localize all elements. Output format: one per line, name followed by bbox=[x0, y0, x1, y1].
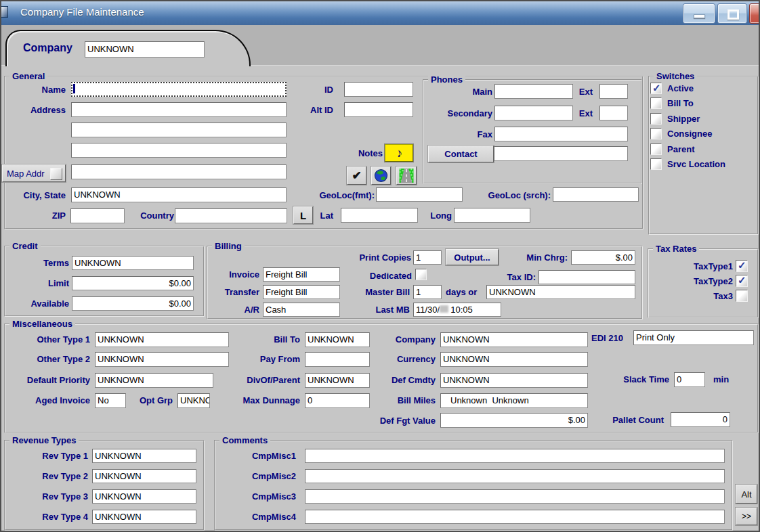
taxtype2-checkbox[interactable] bbox=[736, 275, 748, 287]
locate-button[interactable]: L bbox=[293, 206, 313, 224]
tax3-checkbox[interactable] bbox=[736, 290, 748, 302]
rev-type-4-field[interactable]: UNKNOWN bbox=[92, 510, 196, 524]
verify-button[interactable]: ✔ bbox=[347, 167, 366, 185]
invoice-label: Invoice bbox=[229, 269, 259, 280]
tax3-label: Tax3 bbox=[713, 291, 733, 301]
credit-limit-field[interactable]: $0.00 bbox=[72, 276, 194, 290]
rev-type-1-field[interactable]: UNKNOWN bbox=[92, 449, 196, 463]
long-field[interactable] bbox=[454, 208, 530, 223]
city-state-field[interactable]: UNKNOWN bbox=[71, 187, 287, 202]
invoice-field[interactable]: Freight Bill bbox=[263, 267, 340, 282]
days-or-field[interactable]: UNKNOWN bbox=[486, 285, 635, 299]
cmpmisc2-label: CmpMisc2 bbox=[252, 471, 296, 481]
pay-from-field[interactable] bbox=[305, 352, 370, 367]
rev-type-2-field[interactable]: UNKNOWN bbox=[92, 469, 196, 483]
cmpmisc2-field[interactable] bbox=[305, 469, 725, 483]
geoloc-fmt-field[interactable] bbox=[376, 187, 463, 202]
map-addr-button[interactable]: Map Addr bbox=[2, 164, 66, 182]
contact-field[interactable] bbox=[494, 146, 628, 161]
checkmark-icon: ✔ bbox=[352, 170, 361, 181]
company-key-field[interactable]: UNKNOWN bbox=[85, 41, 205, 58]
transfer-label: Transfer bbox=[225, 287, 259, 297]
min-chrg-field[interactable]: $.00 bbox=[571, 250, 635, 265]
edi-210-field[interactable]: Print Only bbox=[633, 330, 754, 345]
misc-company-field[interactable]: UNKNOWN bbox=[440, 332, 588, 347]
alt-button[interactable]: Alt bbox=[736, 485, 757, 504]
phone-main-field[interactable] bbox=[494, 84, 573, 99]
geocode-button[interactable] bbox=[371, 167, 391, 185]
aged-invoice-label: Aged Invoice bbox=[35, 395, 90, 405]
last-mb-label: Last MB bbox=[375, 305, 410, 315]
currency-field[interactable]: UNKNOWN bbox=[440, 352, 588, 367]
opt-grp-field[interactable]: UNKNOWN bbox=[177, 393, 210, 408]
currency-label: Currency bbox=[397, 354, 436, 364]
phone-main-ext-field[interactable] bbox=[599, 84, 628, 99]
taxtype1-checkbox[interactable] bbox=[736, 260, 748, 272]
def-fgt-value-field[interactable]: $.00 bbox=[440, 413, 588, 428]
address-line3-field[interactable] bbox=[71, 143, 287, 158]
divof-parent-field[interactable]: UNKNOWN bbox=[305, 373, 370, 388]
id-field[interactable] bbox=[344, 82, 413, 97]
alt-id-field[interactable] bbox=[344, 102, 413, 117]
master-bill-field[interactable]: 1 bbox=[413, 285, 442, 299]
name-field[interactable] bbox=[71, 82, 287, 97]
other-type-2-field[interactable]: UNKNOWN bbox=[95, 352, 229, 367]
switch-parent-label: Parent bbox=[667, 144, 694, 154]
slack-time-field[interactable]: 0 bbox=[674, 372, 705, 387]
switch-consignee-label: Consignee bbox=[667, 129, 712, 139]
def-cmdty-field[interactable]: UNKNOWN bbox=[440, 373, 588, 388]
mileage-route-button[interactable] bbox=[396, 167, 417, 185]
bill-miles-label: Bill Miles bbox=[398, 395, 436, 405]
cmpmisc3-field[interactable] bbox=[305, 489, 725, 504]
notes-button[interactable]: ♪ bbox=[385, 144, 413, 162]
close-button[interactable] bbox=[749, 3, 760, 24]
fax-field[interactable] bbox=[494, 127, 628, 141]
group-billing-title: Billing bbox=[212, 241, 245, 251]
phone-secondary-field[interactable] bbox=[494, 106, 573, 120]
lat-field[interactable] bbox=[341, 208, 418, 223]
dedicated-checkbox[interactable] bbox=[415, 269, 427, 280]
print-copies-field[interactable]: 1 bbox=[413, 250, 442, 265]
aged-invoice-field[interactable]: No bbox=[95, 393, 126, 408]
maximize-button[interactable] bbox=[717, 3, 747, 24]
tax-id-field[interactable] bbox=[539, 270, 635, 284]
country-field[interactable] bbox=[175, 208, 287, 223]
more-button[interactable]: >> bbox=[736, 508, 757, 525]
transfer-field[interactable]: Freight Bill bbox=[263, 285, 340, 299]
cmpmisc4-field[interactable] bbox=[305, 510, 725, 524]
switch-parent-checkbox[interactable] bbox=[650, 143, 662, 155]
pallet-count-field[interactable]: 0 bbox=[671, 412, 730, 427]
other-type-1-field[interactable]: UNKNOWN bbox=[95, 332, 229, 347]
credit-available-field[interactable]: $0.00 bbox=[72, 296, 194, 311]
switch-shipper-checkbox[interactable] bbox=[650, 113, 662, 125]
terms-field[interactable]: UNKNOWN bbox=[72, 256, 194, 270]
output-button[interactable]: Output... bbox=[446, 249, 499, 265]
switch-bill-to-checkbox[interactable] bbox=[650, 97, 662, 109]
minimize-button[interactable] bbox=[683, 3, 715, 24]
address-line2-field[interactable] bbox=[71, 123, 287, 137]
cmpmisc1-label: CmpMisc1 bbox=[252, 451, 296, 461]
group-miscellaneous-title: Miscellaneous bbox=[9, 319, 75, 329]
switch-srvc-location-checkbox[interactable] bbox=[650, 158, 662, 170]
default-priority-field[interactable]: UNKNOWN bbox=[95, 373, 213, 388]
contact-button[interactable]: Contact bbox=[428, 146, 494, 162]
group-credit-title: Credit bbox=[9, 241, 41, 251]
address-line1-field[interactable] bbox=[71, 102, 287, 117]
max-dunnage-field[interactable]: 0 bbox=[305, 393, 370, 408]
switch-consignee-checkbox[interactable] bbox=[650, 128, 662, 139]
map-addr-field[interactable] bbox=[71, 164, 287, 179]
last-mb-field[interactable]: 11/30/10:05 bbox=[413, 303, 501, 317]
globe-icon bbox=[374, 169, 388, 183]
company-file-maintenance-window: Company File Maintenance Company UNKNOWN… bbox=[0, 0, 760, 532]
ar-field[interactable]: Cash bbox=[263, 303, 340, 317]
geoloc-srch-field[interactable] bbox=[553, 187, 639, 202]
phone-secondary-ext-field[interactable] bbox=[599, 106, 628, 120]
id-label: ID bbox=[324, 85, 333, 95]
misc-bill-to-field[interactable]: UNKNOWN bbox=[305, 332, 370, 347]
cmpmisc1-field[interactable] bbox=[305, 449, 725, 463]
switch-active-checkbox[interactable] bbox=[650, 83, 662, 94]
rev-type-3-field[interactable]: UNKNOWN bbox=[92, 489, 196, 504]
slack-time-unit-label: min bbox=[713, 374, 729, 384]
bill-miles-field[interactable]: Unknown Unknown bbox=[440, 393, 588, 408]
zip-field[interactable] bbox=[70, 208, 125, 223]
